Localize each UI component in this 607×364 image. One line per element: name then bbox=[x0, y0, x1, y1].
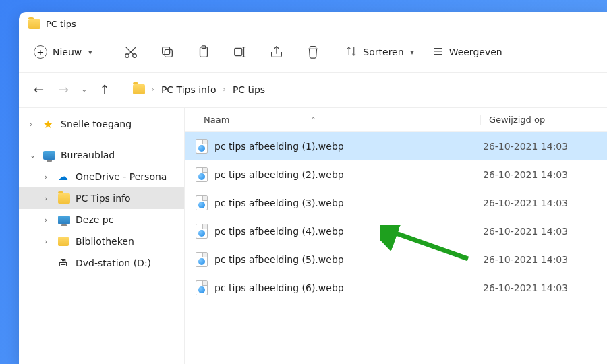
webp-file-icon bbox=[196, 195, 208, 210]
folder-icon bbox=[58, 193, 70, 204]
recent-locations-button[interactable]: ⌄ bbox=[81, 85, 87, 94]
sidebar-item-this-pc[interactable]: › Deze pc bbox=[19, 209, 184, 231]
file-name: pc tips afbeelding (5).webp bbox=[214, 254, 483, 265]
cut-icon[interactable] bbox=[123, 44, 138, 59]
file-row[interactable]: pc tips afbeelding (6).webp26-10-2021 14… bbox=[185, 274, 607, 302]
sidebar-item-label: Bureaublad bbox=[61, 150, 115, 160]
file-date: 26-10-2021 14:03 bbox=[483, 282, 568, 293]
file-date: 26-10-2021 14:03 bbox=[483, 169, 568, 180]
forward-button[interactable]: → bbox=[56, 81, 71, 98]
sort-label: Sorteren bbox=[363, 47, 403, 57]
desktop-icon bbox=[43, 151, 55, 160]
svg-rect-8 bbox=[235, 49, 242, 56]
chevron-right-icon[interactable]: › bbox=[45, 237, 53, 246]
view-button[interactable]: Weergeven bbox=[432, 45, 502, 59]
star-icon: ★ bbox=[43, 119, 55, 129]
chevron-right-icon[interactable]: › bbox=[45, 194, 53, 203]
plus-icon: + bbox=[34, 45, 47, 59]
sidebar-item-pc-tips-info[interactable]: › PC Tips info bbox=[19, 187, 184, 209]
svg-point-1 bbox=[133, 54, 137, 58]
sort-ascending-icon: ⌃ bbox=[310, 116, 316, 123]
divider bbox=[111, 42, 111, 61]
body: › ★ Snelle toegang ⌄ Bureaublad › ☁ OneD… bbox=[19, 108, 607, 364]
chevron-right-icon[interactable]: › bbox=[30, 120, 38, 129]
sidebar-item-label: PC Tips info bbox=[76, 193, 131, 204]
file-row[interactable]: pc tips afbeelding (4).webp26-10-2021 14… bbox=[185, 217, 607, 245]
new-button-label: Nieuw bbox=[53, 47, 82, 57]
chevron-down-icon: ▾ bbox=[88, 49, 92, 56]
delete-icon[interactable] bbox=[306, 44, 320, 59]
window-title: PC tips bbox=[46, 19, 76, 29]
sidebar-item-desktop[interactable]: ⌄ Bureaublad bbox=[19, 144, 184, 166]
breadcrumb-separator: › bbox=[152, 85, 154, 94]
file-name: pc tips afbeelding (6).webp bbox=[214, 282, 483, 293]
folder-icon bbox=[28, 19, 40, 29]
breadcrumb-segment[interactable]: PC Tips info bbox=[161, 84, 216, 95]
libraries-icon bbox=[58, 237, 69, 246]
webp-file-icon bbox=[196, 252, 208, 267]
paste-icon[interactable] bbox=[196, 44, 211, 59]
folder-icon bbox=[133, 84, 145, 94]
file-pane: Naam ⌃ Gewijzigd op pc tips afbeelding (… bbox=[185, 108, 607, 364]
file-name: pc tips afbeelding (3).webp bbox=[214, 198, 483, 208]
svg-point-0 bbox=[125, 54, 129, 58]
file-row[interactable]: pc tips afbeelding (5).webp26-10-2021 14… bbox=[185, 245, 607, 274]
sort-icon bbox=[345, 45, 357, 59]
new-button[interactable]: + Nieuw ▾ bbox=[31, 42, 98, 61]
file-list: pc tips afbeelding (1).webp26-10-2021 14… bbox=[185, 132, 607, 364]
column-headers: Naam ⌃ Gewijzigd op bbox=[185, 108, 607, 132]
sidebar-item-label: Deze pc bbox=[76, 214, 113, 225]
file-date: 26-10-2021 14:03 bbox=[483, 254, 568, 265]
file-row[interactable]: pc tips afbeelding (1).webp26-10-2021 14… bbox=[185, 132, 607, 160]
divider bbox=[333, 42, 333, 61]
file-row[interactable]: pc tips afbeelding (3).webp26-10-2021 14… bbox=[185, 189, 607, 217]
sidebar-item-dvd[interactable]: 🖶 Dvd-station (D:) bbox=[19, 252, 184, 274]
chevron-down-icon: ▾ bbox=[411, 49, 414, 56]
svg-rect-5 bbox=[163, 47, 170, 55]
column-header-date[interactable]: Gewijzigd op bbox=[480, 115, 607, 125]
sidebar-item-label: OneDrive - Persona bbox=[76, 171, 167, 182]
file-date: 26-10-2021 14:03 bbox=[483, 198, 568, 208]
rename-icon[interactable] bbox=[233, 44, 248, 59]
view-icon bbox=[432, 45, 444, 59]
sidebar-item-quick-access[interactable]: › ★ Snelle toegang bbox=[19, 113, 184, 135]
file-date: 26-10-2021 14:03 bbox=[483, 141, 568, 152]
chevron-right-icon[interactable]: › bbox=[45, 173, 53, 181]
column-label: Gewijzigd op bbox=[489, 115, 545, 125]
explorer-window: PC tips + Nieuw ▾ bbox=[19, 12, 607, 364]
sidebar-item-label: Dvd-station (D:) bbox=[76, 257, 151, 268]
monitor-icon bbox=[58, 216, 70, 224]
webp-file-icon bbox=[196, 139, 208, 154]
breadcrumb-segment[interactable]: PC tips bbox=[233, 84, 265, 95]
webp-file-icon bbox=[196, 224, 208, 239]
back-button[interactable]: ← bbox=[31, 81, 47, 98]
sidebar-item-label: Snelle toegang bbox=[61, 119, 132, 129]
svg-rect-4 bbox=[165, 49, 173, 57]
sidebar-item-label: Bibliotheken bbox=[76, 236, 134, 247]
column-header-name[interactable]: Naam ⌃ bbox=[204, 115, 480, 125]
toolbar: + Nieuw ▾ bbox=[19, 33, 607, 73]
sort-button[interactable]: Sorteren ▾ bbox=[345, 45, 413, 59]
sidebar-item-libraries[interactable]: › Bibliotheken bbox=[19, 231, 184, 252]
sidebar-item-onedrive[interactable]: › ☁ OneDrive - Persona bbox=[19, 166, 184, 187]
file-row[interactable]: pc tips afbeelding (2).webp26-10-2021 14… bbox=[185, 160, 607, 189]
column-label: Naam bbox=[204, 115, 229, 125]
up-button[interactable]: ↑ bbox=[96, 81, 112, 98]
chevron-right-icon[interactable]: › bbox=[45, 216, 53, 224]
nav-bar: ← → ⌄ ↑ › PC Tips info › PC tips bbox=[19, 73, 607, 108]
file-name: pc tips afbeelding (1).webp bbox=[214, 141, 483, 152]
breadcrumb-separator: › bbox=[223, 85, 225, 94]
sidebar: › ★ Snelle toegang ⌄ Bureaublad › ☁ OneD… bbox=[19, 108, 185, 364]
copy-icon[interactable] bbox=[160, 44, 175, 59]
webp-file-icon bbox=[196, 167, 208, 182]
cloud-icon: ☁ bbox=[58, 171, 70, 182]
file-name: pc tips afbeelding (2).webp bbox=[214, 169, 483, 180]
printer-icon: 🖶 bbox=[58, 257, 70, 268]
chevron-down-icon[interactable]: ⌄ bbox=[30, 151, 38, 160]
file-name: pc tips afbeelding (4).webp bbox=[214, 226, 483, 237]
webp-file-icon bbox=[196, 280, 208, 295]
file-date: 26-10-2021 14:03 bbox=[483, 226, 568, 237]
view-label: Weergeven bbox=[449, 47, 502, 57]
breadcrumb[interactable]: › PC Tips info › PC tips bbox=[133, 84, 266, 95]
share-icon[interactable] bbox=[269, 44, 284, 59]
